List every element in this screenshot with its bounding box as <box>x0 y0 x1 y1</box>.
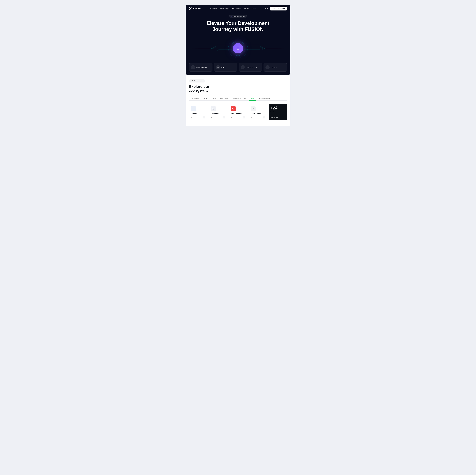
more-count-area: +24 NFT's <box>271 106 285 115</box>
tab-tokenization[interactable]: Tokenization <box>189 97 201 100</box>
fsn-domains-arrow[interactable]: ↗ <box>263 116 265 118</box>
page-wrapper: FUSION Explore▾ Technology▾ Ecosystem▾ V… <box>186 5 290 126</box>
get-fsn-icon: ⊙ <box>265 65 270 69</box>
tab-apps-tooling[interactable]: Apps & tooling <box>218 97 231 100</box>
svg-rect-11 <box>192 109 194 109</box>
pasar-arrow[interactable]: ↗ <box>243 116 245 118</box>
nft-card-fsn-domains[interactable]: .fsn FSN Domains NFT ↗ <box>249 104 267 120</box>
nft-cards: Elastos NFT ↗ D Dopamine NFT ↗ <box>189 104 287 120</box>
more-count: +24 <box>271 106 285 110</box>
dopamine-tag: NFT <box>211 116 213 118</box>
more-nfts-card[interactable]: +24 NFT's Check All › <box>269 104 287 120</box>
fsn-domains-name: FSN Domains <box>251 113 265 115</box>
documentation-label: Documentation <box>196 66 207 68</box>
dopamine-name: Dopamine <box>211 113 225 115</box>
fusion-logo-orb <box>236 46 240 50</box>
elastos-arrow[interactable]: ↗ <box>203 116 205 118</box>
github-icon: ◎ <box>216 65 220 69</box>
ecosystem-section: Fusion Ecosystem Explore our ecosystem T… <box>186 75 290 126</box>
nav-item-explore[interactable]: Explore▾ <box>210 8 217 9</box>
ecosystem-badge: Fusion Ecosystem <box>189 80 205 82</box>
nav-links: Explore▾ Technology▾ Ecosystem▾ Vision M… <box>210 8 256 9</box>
tab-stablecoins[interactable]: Stablecoins <box>231 97 242 100</box>
nav-right: En ▾ Join Community <box>265 7 287 11</box>
nav-item-technology[interactable]: Technology▾ <box>220 8 229 9</box>
join-community-button[interactable]: Join Community <box>270 7 287 11</box>
ecosystem-badge-dot <box>191 81 191 81</box>
logo[interactable]: FUSION <box>189 7 202 10</box>
ecosystem-tabs: Tokenization Lending Faucet Apps & tooli… <box>189 97 287 100</box>
dopamine-arrow[interactable]: ↗ <box>223 116 225 118</box>
quick-link-documentation[interactable]: ≡ Documentation <box>189 63 212 72</box>
elastos-name: Elastos <box>191 113 205 115</box>
elastos-footer: NFT ↗ <box>191 116 205 118</box>
logo-text: FUSION <box>193 7 202 10</box>
pasar-name: Pasar Protocol <box>231 113 245 115</box>
tab-faucet[interactable]: Faucet <box>210 97 218 100</box>
center-orb <box>233 43 243 53</box>
pasar-tag: NFT <box>231 116 233 118</box>
svg-rect-10 <box>192 109 194 109</box>
pasar-footer: NFT ↗ <box>231 116 245 118</box>
svg-point-8 <box>238 48 238 49</box>
documentation-icon: ≡ <box>191 65 195 69</box>
tab-lending[interactable]: Lending <box>201 97 210 100</box>
get-fsn-label: Get FSN <box>271 66 277 68</box>
tab-dex[interactable]: DEX <box>242 97 249 100</box>
nft-card-pasar[interactable]: ✿ Pasar Protocol NFT ↗ <box>229 104 247 120</box>
developer-chat-icon: ✦ <box>241 65 245 69</box>
nav-item-ecosystem[interactable]: Ecosystem▾ <box>232 8 241 9</box>
svg-point-2 <box>211 48 212 49</box>
badge-dot <box>231 16 232 17</box>
ecosystem-badge-text: Fusion Ecosystem <box>192 80 203 82</box>
github-label: Github <box>221 66 226 68</box>
fsn-domains-icon: .fsn <box>251 106 256 111</box>
svg-rect-9 <box>192 108 194 108</box>
nft-card-dopamine[interactable]: D Dopamine NFT ↗ <box>209 104 227 120</box>
hero-section: FUSION Explore▾ Technology▾ Ecosystem▾ V… <box>186 5 290 75</box>
hero-title: Elevate Your Development Journey with FU… <box>189 20 287 32</box>
svg-point-1 <box>190 8 191 9</box>
check-all-button[interactable]: Check All › <box>271 116 285 118</box>
tab-nft[interactable]: NFT <box>249 97 256 100</box>
navbar: FUSION Explore▾ Technology▾ Ecosystem▾ V… <box>186 5 290 13</box>
elastos-icon <box>191 106 196 111</box>
fsn-domains-tag: NFT <box>251 116 253 118</box>
lang-button[interactable]: En ▾ <box>265 8 268 9</box>
nav-item-vision[interactable]: Vision <box>244 8 249 9</box>
svg-point-5 <box>264 48 265 49</box>
quick-link-github[interactable]: ◎ Github <box>214 63 237 72</box>
nav-item-media[interactable]: Media <box>252 8 256 9</box>
check-all-arrow-icon: › <box>277 116 278 118</box>
new-feature-badge: New Feature Opened <box>229 15 247 18</box>
ecosystem-title: Explore our ecosystem <box>189 84 287 93</box>
more-label: NFT's <box>271 111 285 112</box>
quick-link-get-fsn[interactable]: ⊙ Get FSN <box>264 63 287 72</box>
pasar-icon: ✿ <box>231 106 236 111</box>
quick-links: ≡ Documentation ◎ Github ✦ Developer cha… <box>186 63 290 72</box>
elastos-tag: NFT <box>191 116 193 118</box>
dopamine-footer: NFT ↗ <box>211 116 225 118</box>
quick-link-developer-chat[interactable]: ✦ Developer chat <box>239 63 262 72</box>
circuit-visual <box>189 36 287 61</box>
badge-text: New Feature Opened <box>232 16 245 17</box>
hero-content: New Feature Opened Elevate Your Developm… <box>186 13 290 61</box>
nft-card-elastos[interactable]: Elastos NFT ↗ <box>189 104 207 120</box>
tab-bridges[interactable]: Bridges/aggregators <box>256 97 273 100</box>
dopamine-icon: D <box>211 106 216 111</box>
developer-chat-label: Developer chat <box>246 66 257 68</box>
fsn-domains-footer: NFT ↗ <box>251 116 265 118</box>
logo-icon <box>189 7 192 10</box>
